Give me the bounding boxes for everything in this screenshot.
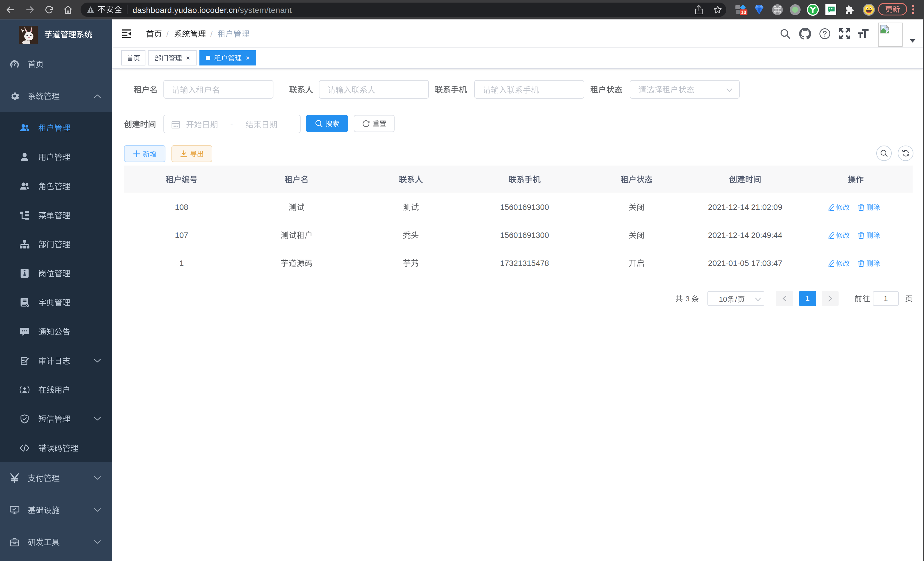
svg-text:10: 10 [741,10,746,15]
